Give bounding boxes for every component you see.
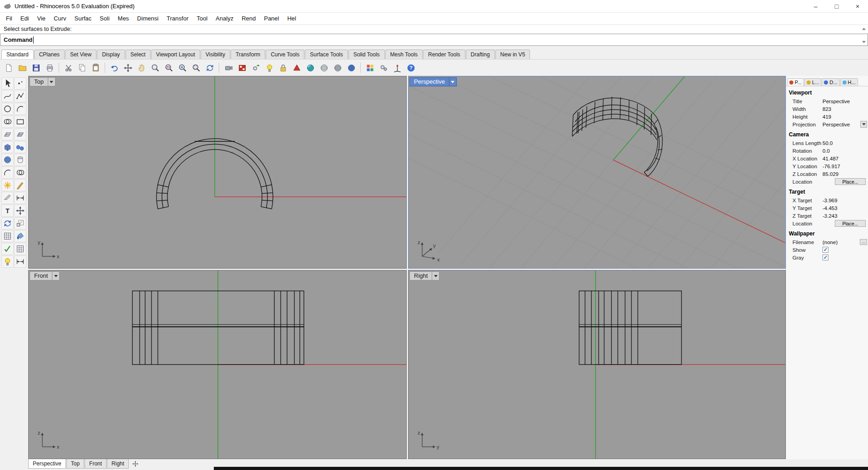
viewport-title[interactable]: Front (30, 271, 52, 280)
ribbon-tab[interactable]: Surface Tools (305, 50, 348, 59)
new-file-button[interactable] (2, 61, 15, 74)
menu-item[interactable]: Soli (96, 13, 114, 25)
viewport-right[interactable]: Right z y (408, 270, 786, 459)
ribbon-tab[interactable]: Standard (1, 50, 34, 59)
cplane-button[interactable] (391, 61, 404, 74)
boolean-tool[interactable] (14, 166, 26, 179)
array-tool[interactable] (1, 230, 14, 242)
scroll-down-icon[interactable] (862, 41, 866, 45)
scroll-up-icon[interactable] (862, 26, 866, 30)
ribbon-tab[interactable]: Render Tools (423, 50, 465, 59)
menu-item[interactable]: Hel (283, 13, 300, 25)
menu-item[interactable]: Surfac (71, 13, 96, 25)
viewport-perspective[interactable]: Perspective z y x (408, 76, 786, 269)
ribbon-tab[interactable]: Viewport Layout (151, 50, 200, 59)
minimize-button[interactable]: – (805, 0, 826, 12)
close-button[interactable]: × (847, 0, 868, 12)
ribbon-tab[interactable]: Transform (231, 50, 265, 59)
ghosted-view-button[interactable] (318, 61, 330, 74)
zoom-extents-button[interactable] (190, 61, 202, 74)
select-tool[interactable] (1, 77, 14, 90)
menu-item[interactable]: Edi (16, 13, 33, 25)
display-tab[interactable]: D... (822, 78, 839, 86)
menu-item[interactable]: Transfor (162, 13, 192, 25)
prop-value[interactable]: Perspective (823, 99, 850, 104)
prop-value[interactable]: -3.969 (823, 198, 838, 203)
material-button[interactable] (290, 61, 303, 74)
open-file-button[interactable] (16, 61, 29, 74)
ribbon-tab[interactable]: Set View (65, 50, 96, 59)
set-view-button[interactable] (222, 61, 235, 74)
prop-value[interactable]: 823 (823, 106, 831, 112)
ribbon-tab[interactable]: Select (126, 50, 151, 59)
dimension-tool[interactable] (14, 192, 26, 204)
box-tool[interactable] (1, 141, 14, 153)
circle-tool[interactable] (1, 103, 14, 115)
polyline-tool[interactable] (14, 90, 26, 102)
xray-view-button[interactable] (331, 61, 344, 74)
menu-item[interactable]: Fil (2, 13, 16, 25)
viewport-top[interactable]: Top y x (28, 76, 407, 269)
zoom-dynamic-button[interactable] (149, 61, 161, 74)
arc-tool[interactable] (14, 103, 26, 115)
viewport-title[interactable]: Top (30, 77, 48, 86)
move-button[interactable] (121, 61, 134, 74)
shaded-view-button[interactable] (304, 61, 317, 74)
surface-tool[interactable] (1, 128, 14, 140)
solid-tools[interactable] (14, 141, 26, 153)
paint-tool[interactable] (14, 230, 26, 242)
rendered-view-button[interactable] (345, 61, 358, 74)
prop-value[interactable]: 50.0 (823, 140, 833, 146)
command-input[interactable]: Command (0, 34, 868, 46)
projection-dropdown[interactable] (860, 121, 867, 128)
object-properties-button[interactable] (363, 61, 376, 74)
lock-button[interactable] (277, 61, 289, 74)
viewport-menu-arrow[interactable] (432, 271, 439, 280)
help-tab[interactable]: H... (840, 78, 858, 86)
grid-snap-tool[interactable] (14, 243, 26, 255)
help-button[interactable]: ? (404, 61, 417, 74)
zoom-selected-button[interactable] (176, 61, 189, 74)
rectangle-tool[interactable] (14, 115, 26, 128)
curve-tool[interactable] (1, 90, 14, 102)
cylinder-tool[interactable] (14, 154, 26, 166)
check-tool[interactable] (1, 243, 14, 255)
layers-tab[interactable]: L... (804, 78, 821, 86)
pencil-tool[interactable] (14, 179, 26, 191)
prop-value[interactable]: 0.0 (823, 148, 830, 154)
target-place-button[interactable]: Place... (835, 220, 866, 227)
maximize-button[interactable]: □ (826, 0, 847, 12)
prop-value[interactable]: -3.243 (823, 213, 838, 219)
ribbon-tab[interactable]: Drafting (466, 50, 495, 59)
ribbon-tab[interactable]: Curve Tools (266, 50, 304, 59)
ribbon-tab[interactable]: CPlanes (34, 50, 65, 59)
undo-button[interactable] (108, 61, 121, 74)
prop-value[interactable]: 85.029 (823, 171, 838, 177)
measure-tool[interactable] (14, 255, 26, 268)
viewport-tab[interactable]: Top (66, 459, 84, 469)
menu-item[interactable]: Vie (33, 13, 50, 25)
options-button[interactable] (377, 61, 390, 74)
sphere-tool[interactable] (1, 154, 14, 166)
menu-item[interactable]: Curv (50, 13, 70, 25)
knife-tool[interactable] (1, 192, 14, 204)
text-tool[interactable]: T (1, 205, 14, 217)
rotate-view-button[interactable] (203, 61, 216, 74)
light-button[interactable] (263, 61, 276, 74)
copy-button[interactable] (76, 61, 88, 74)
prop-value[interactable]: -76.917 (823, 164, 840, 169)
properties-tab[interactable]: P... (787, 78, 804, 86)
viewport-tab[interactable]: Right (107, 459, 129, 469)
viewport-title[interactable]: Right (409, 271, 432, 280)
viewport-menu-arrow[interactable] (48, 77, 56, 86)
viewport-tab[interactable]: Perspective (28, 459, 66, 469)
gray-checkbox[interactable]: ✓ (823, 255, 828, 260)
move-tool[interactable] (14, 205, 26, 217)
pan-view-button[interactable] (135, 61, 148, 74)
history-button[interactable] (249, 61, 262, 74)
ribbon-tab[interactable]: Mesh Tools (385, 50, 423, 59)
viewport-menu-arrow[interactable] (449, 77, 457, 86)
prop-value[interactable]: 419 (823, 114, 831, 120)
viewport-tabs-pan-icon[interactable] (132, 460, 139, 469)
menu-item[interactable]: Dimensi (133, 13, 162, 25)
